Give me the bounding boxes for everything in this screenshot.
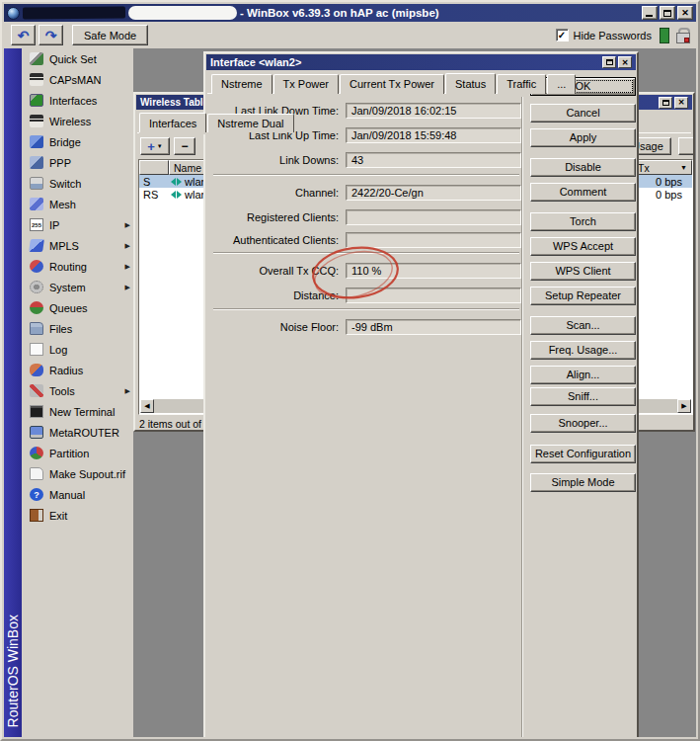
sidebar-item-make-supout[interactable]: Make Supout.rif xyxy=(22,463,133,484)
registered-clients-value[interactable] xyxy=(346,209,521,225)
sidebar-item-manual[interactable]: ?Manual xyxy=(22,484,133,505)
sidebar-item-metarouter[interactable]: MetaROUTER xyxy=(22,422,133,443)
field-channel: Channel: 2422/20-Ce/gn xyxy=(213,184,521,201)
sidebar-item-mesh[interactable]: Mesh xyxy=(22,194,133,214)
tab-nstreme[interactable]: Nstreme xyxy=(211,74,272,94)
sidebar-item-new-terminal[interactable]: New Terminal xyxy=(22,401,133,422)
undo-button[interactable]: ↶ xyxy=(11,25,36,45)
maximize-button[interactable] xyxy=(659,97,672,109)
freq-usage-button[interactable]: Freq. Usage... xyxy=(530,341,636,360)
redo-button[interactable]: ↷ xyxy=(39,25,63,45)
sniff-button[interactable]: Sniff... xyxy=(530,387,636,406)
close-button[interactable]: ✕ xyxy=(618,56,632,68)
torch-button[interactable]: Torch xyxy=(530,212,636,231)
maximize-icon xyxy=(663,10,671,17)
tab-status[interactable]: Status xyxy=(445,73,496,94)
minimize-button[interactable] xyxy=(642,6,658,20)
add-interface-button[interactable]: +▼ xyxy=(140,137,170,155)
brand-strip: RouterOS WinBox xyxy=(4,48,22,737)
wps-accept-button[interactable]: WPS Accept xyxy=(530,237,636,256)
tab-traffic[interactable]: Traffic xyxy=(497,74,546,94)
submenu-arrow-icon: ▶ xyxy=(125,221,130,229)
simple-mode-button[interactable]: Simple Mode xyxy=(530,473,636,492)
close-button[interactable]: ✕ xyxy=(674,97,688,109)
align-button[interactable]: Align... xyxy=(678,137,695,155)
snooper-button[interactable]: Snooper... xyxy=(530,414,636,433)
winbox-main-window: - WinBox v6.39.3 on hAP ac (mipsbe) ✕ ↶ … xyxy=(0,0,700,741)
distance-value[interactable] xyxy=(346,288,521,303)
mpls-icon xyxy=(29,239,44,252)
sidebar-item-partition[interactable]: Partition xyxy=(22,443,133,463)
sidebar-item-wireless[interactable]: Wireless xyxy=(22,111,133,131)
sidebar-item-exit[interactable]: Exit xyxy=(22,505,133,526)
link-downs-value[interactable]: 43 xyxy=(346,152,521,168)
safe-mode-button[interactable]: Safe Mode xyxy=(72,25,148,45)
sidebar-item-mpls[interactable]: MPLS▶ xyxy=(22,235,133,256)
disable-button[interactable]: Disable xyxy=(530,158,636,177)
comment-button[interactable]: Comment xyxy=(530,183,636,202)
redacted-router-address xyxy=(23,6,125,19)
wps-client-button[interactable]: WPS Client xyxy=(530,262,636,281)
apply-button[interactable]: Apply xyxy=(530,128,636,147)
tab-tx-power[interactable]: Tx Power xyxy=(273,74,339,94)
sidebar-item-ppp[interactable]: PPP xyxy=(22,152,133,173)
hide-passwords-checkbox[interactable]: ✓ xyxy=(556,29,569,41)
checkmark-icon: ✓ xyxy=(558,30,566,41)
sidebar-item-routing[interactable]: Routing▶ xyxy=(22,256,133,277)
sidebar-item-queues[interactable]: Queues xyxy=(22,297,133,318)
sidebar-item-capsman[interactable]: CAPsMAN xyxy=(22,69,133,90)
last-link-down-time-value[interactable]: Jan/09/2018 16:02:15 xyxy=(346,103,521,119)
overall-tx-ccq-value[interactable]: 110 % xyxy=(346,263,521,279)
noise-floor-value[interactable]: -99 dBm xyxy=(346,319,521,335)
redaction-blob xyxy=(128,6,237,20)
sidebar-item-log[interactable]: Log xyxy=(22,339,133,360)
sidebar-item-interfaces[interactable]: Interfaces xyxy=(22,90,133,111)
close-icon: ✕ xyxy=(681,8,689,18)
partition-pie-icon xyxy=(30,447,43,459)
hide-passwords-label: Hide Passwords xyxy=(574,30,652,41)
field-overall-tx-ccq: Overall Tx CCQ: 110 % xyxy=(213,262,521,279)
tx-column-header[interactable]: Tx▼ xyxy=(633,160,692,175)
sidebar-item-system[interactable]: System▶ xyxy=(22,277,133,297)
tab-interfaces[interactable]: Interfaces xyxy=(139,113,206,132)
sidebar-item-switch[interactable]: Switch xyxy=(22,173,133,194)
metarouter-icon xyxy=(30,426,43,439)
scroll-left-icon[interactable]: ◀ xyxy=(140,399,154,413)
sidebar-item-ip[interactable]: 255IP▶ xyxy=(22,214,133,235)
submenu-arrow-icon: ▶ xyxy=(125,242,130,250)
maximize-button[interactable] xyxy=(660,6,675,20)
brand-text: RouterOS WinBox xyxy=(5,615,21,727)
chevron-down-icon: ▼ xyxy=(157,143,163,149)
sidebar-item-files[interactable]: Files xyxy=(22,318,133,339)
align-button[interactable]: Align... xyxy=(530,366,636,384)
tab-nstreme-dual[interactable]: Nstreme Dual xyxy=(207,114,293,132)
maximize-button[interactable] xyxy=(602,56,616,68)
sidebar-item-quick-set[interactable]: Quick Set xyxy=(22,48,133,69)
dialog-tabs: Nstreme Tx Power Current Tx Power Status… xyxy=(211,74,577,94)
scan-button[interactable]: Scan... xyxy=(530,316,636,335)
wireless-toolbar: +▼ − xyxy=(140,137,195,155)
log-icon xyxy=(30,343,43,356)
reset-configuration-button[interactable]: Reset Configuration xyxy=(530,445,636,463)
winbox-app-icon xyxy=(7,7,20,20)
quick-set-icon xyxy=(30,52,43,65)
last-link-up-time-value[interactable]: Jan/09/2018 15:59:48 xyxy=(346,127,521,143)
radius-icon xyxy=(30,364,43,376)
cancel-button[interactable]: Cancel xyxy=(530,104,636,123)
sidebar-item-tools[interactable]: Tools▶ xyxy=(22,380,133,401)
sidebar-item-bridge[interactable]: Bridge xyxy=(22,131,133,152)
channel-value[interactable]: 2422/20-Ce/gn xyxy=(346,185,521,201)
close-icon: ✕ xyxy=(622,58,629,67)
setup-repeater-button[interactable]: Setup Repeater xyxy=(530,287,636,305)
tab-current-tx-power[interactable]: Current Tx Power xyxy=(340,74,444,94)
close-button[interactable]: ✕ xyxy=(677,6,693,20)
ppp-icon xyxy=(30,156,43,169)
form-buttons-divider xyxy=(521,97,523,737)
tab-more[interactable]: ... xyxy=(547,74,576,94)
flags-column-header[interactable] xyxy=(139,160,169,175)
scroll-right-icon[interactable]: ▶ xyxy=(677,399,691,413)
authenticated-clients-value[interactable] xyxy=(346,232,521,248)
redo-icon: ↷ xyxy=(45,28,57,43)
remove-interface-button[interactable]: − xyxy=(174,137,195,155)
sidebar-item-radius[interactable]: Radius xyxy=(22,360,133,380)
